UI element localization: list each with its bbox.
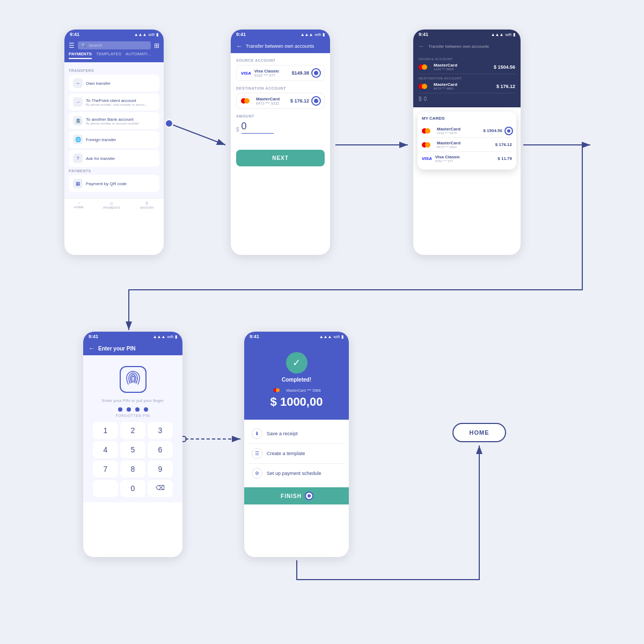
screen1-tabs: PAYMENTS TEMPLATES AUTOMATI... [64, 52, 164, 62]
another-bank-item[interactable]: 🏦 To another Bank account By phone numbe… [69, 112, 159, 129]
popup-card2-num: 8473 *** 9332 [437, 145, 492, 149]
own-transfer-item[interactable]: ↔ Own transfer [69, 75, 159, 92]
numpad-3[interactable]: 3 [148, 422, 173, 439]
signal-icon3: ▲▲▲ [491, 32, 504, 37]
screen2-title: Transfer between own accounts [246, 43, 314, 49]
numpad-delete[interactable]: ⌫ [148, 480, 173, 497]
nav-home[interactable]: ⌂ HOME [74, 201, 84, 209]
screen3-amount-val: 0 [424, 96, 427, 102]
foreign-icon: 🌐 [73, 135, 83, 144]
forgotten-pin-label[interactable]: FORGOTTEN PIN [89, 414, 177, 418]
popup-card-1[interactable]: MasterCard 1234 *** 5678 $ 1504.56 [422, 124, 512, 138]
popup-card1-amount: $ 1504.56 [483, 128, 502, 133]
dest-label: DESTINATION ACCOUNT [236, 86, 325, 90]
screen4-title: Enter your PIN [98, 346, 135, 352]
menu-icon[interactable]: ☰ [69, 42, 75, 49]
numpad-1[interactable]: 1 [93, 422, 118, 439]
finish-button[interactable]: FINISH [244, 487, 349, 504]
payments-nav-label: PAYMENTS [103, 206, 120, 209]
thepoint-info: To ThePoint client account By phone numb… [86, 98, 147, 106]
mc-logo-s5 [274, 388, 281, 392]
screen2-body: SOURCE ACCOUNT VISA Visa Classic 9182 **… [231, 53, 330, 172]
screen4-header: 9:41 ▲▲▲ wifi ▮ [83, 332, 182, 341]
screen4-status-icons: ▲▲▲ wifi ▮ [153, 334, 177, 339]
mc-logo-p2 [422, 142, 431, 148]
amount-section: AMOUNT $ 0 [236, 114, 325, 134]
source-card-name: Visa Classic [254, 69, 289, 74]
popup-card3-amount: $ 11.79 [497, 156, 512, 161]
bank-icon: 🏦 [73, 116, 83, 126]
tab-templates[interactable]: TEMPLATES [96, 52, 121, 59]
numpad-0[interactable]: 0 [120, 480, 145, 497]
wifi-icon2: wifi [314, 32, 321, 37]
payments-section-title: PAYMENTS [69, 169, 159, 173]
dest-card-name: MasterCard [256, 97, 287, 101]
battery-icon5: ▮ [341, 334, 343, 339]
numpad-6[interactable]: 6 [148, 441, 173, 458]
popup-card3-num: 9182 *** 977 [435, 159, 495, 163]
screen3-source-info: MasterCard 1234 *** 5628 [434, 63, 491, 71]
popup-card1-num: 1234 *** 5678 [437, 131, 480, 135]
screen5-actions: ⬇ Save a receipt ☰ Create a template ⚙ S… [244, 420, 349, 487]
my-cards-title: MY CARDS [422, 116, 512, 121]
popup-card-2[interactable]: MasterCard 8473 *** 9332 $ 176.12 [422, 138, 512, 152]
numpad-5[interactable]: 5 [120, 441, 145, 458]
screen3-back-icon[interactable]: ← [419, 42, 425, 50]
screen3-amount-row: $ 0 [419, 96, 515, 102]
numpad-9[interactable]: 9 [148, 460, 173, 478]
popup-card-3[interactable]: VISA Visa Classic 9182 *** 977 $ 11.79 [422, 152, 512, 165]
numpad: 1 2 3 4 5 6 7 8 9 0 ⌫ [89, 422, 177, 497]
pin-hint-text: Enter your PIN or put your finger [89, 398, 177, 403]
qr-label: Payment by QR code [86, 181, 127, 186]
signal-icon2: ▲▲▲ [301, 32, 313, 37]
battery-icon2: ▮ [323, 32, 325, 37]
home-button[interactable]: HOME [452, 423, 506, 442]
another-bank-sub: By phone number or account number [86, 122, 139, 125]
screen2-nav: ← Transfer between own accounts [231, 39, 330, 53]
numpad-4[interactable]: 4 [93, 441, 118, 458]
wifi-icon4: wifi [167, 334, 173, 339]
payment-schedule-icon: ⚙ [252, 468, 262, 479]
create-template-item[interactable]: ☰ Create a template [248, 444, 345, 464]
numpad-2[interactable]: 2 [120, 422, 145, 439]
tab-automati[interactable]: AUTOMATI... [126, 52, 151, 59]
qr-payment-item[interactable]: ▦ Payment by QR code [69, 175, 159, 192]
screen3-dest-info: MasterCard 8473 *** 9882 [434, 82, 493, 90]
screen3-source-num: 1234 *** 5628 [434, 68, 491, 71]
screen2-back-icon[interactable]: ← [236, 42, 243, 50]
grid-icon[interactable]: ⊞ [154, 42, 159, 49]
dest-card-row[interactable]: MasterCard 8473 *** 9332 $ 176.12 [236, 93, 325, 109]
amount-label: AMOUNT [236, 114, 325, 118]
next-button[interactable]: NEXT [236, 150, 325, 166]
pin-dots-row [89, 407, 177, 412]
pin-dot-2 [127, 407, 131, 412]
payment-schedule-item[interactable]: ⚙ Set up payment schedule [248, 464, 345, 483]
numpad-8[interactable]: 8 [120, 460, 145, 478]
amount-value[interactable]: 0 [241, 121, 274, 134]
numpad-7[interactable]: 7 [93, 460, 118, 478]
foreign-transfer-item[interactable]: 🌐 Foreign transfer [69, 131, 159, 148]
completed-label: Completed! [282, 377, 311, 383]
tab-payments[interactable]: PAYMENTS [69, 52, 92, 59]
screen1-search-box[interactable]: 🔍 Search [78, 41, 151, 49]
payments-icon: ◫ [110, 201, 113, 205]
screen4-back-icon[interactable]: ← [89, 345, 95, 352]
source-label: SOURCE ACCOUNT [236, 58, 325, 62]
source-card-row[interactable]: VISA Visa Classic 9182 *** 977 $149.38 [236, 65, 325, 81]
screen1-header: 9:41 ▲▲▲ wifi ▮ [64, 30, 164, 39]
signal-icon4: ▲▲▲ [153, 334, 166, 339]
screen3-dollar: $ [419, 96, 422, 102]
save-receipt-item[interactable]: ⬇ Save a receipt [248, 424, 345, 444]
nav-history[interactable]: ☰ HISTORY [140, 201, 153, 209]
selected-card-indicator [506, 128, 512, 134]
thepoint-sub: By phone number, card number or accou... [86, 103, 147, 106]
ask-transfer-item[interactable]: ? Ask for transfer [69, 150, 159, 167]
nav-payments[interactable]: ◫ PAYMENTS [103, 201, 120, 209]
pin-dot-1 [118, 407, 122, 412]
thepoint-transfer-item[interactable]: → To ThePoint client account By phone nu… [69, 93, 159, 111]
signal-icon: ▲▲▲ [134, 32, 147, 37]
thepoint-label: To ThePoint client account [86, 98, 147, 103]
screen3-source-name: MasterCard [434, 63, 491, 68]
screen5-card-label: MasterCard *** 3988 [286, 389, 320, 392]
popup-card1-info: MasterCard 1234 *** 5678 [437, 127, 480, 135]
